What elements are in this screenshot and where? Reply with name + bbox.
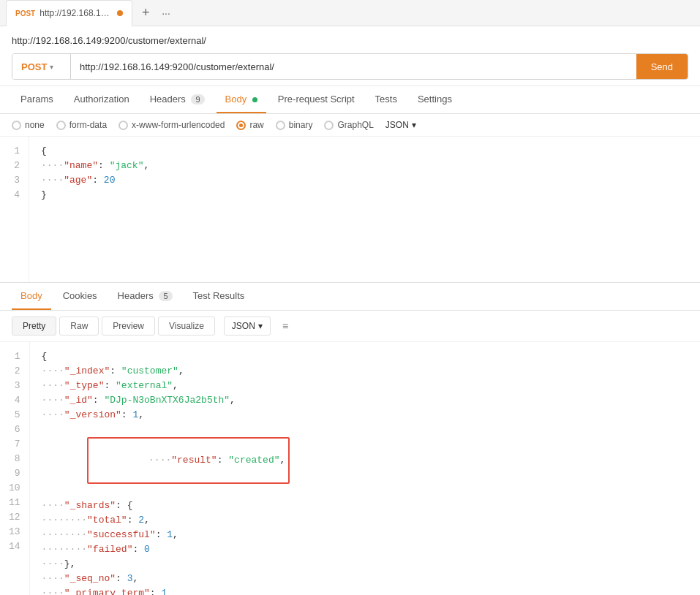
tab-url: http://192.168.16... — [39, 8, 113, 18]
radio-form-data-icon — [56, 121, 66, 130]
add-tab-button[interactable]: + — [135, 3, 156, 23]
resp-line-8: ········"total": 2, — [42, 513, 688, 528]
request-body-editor[interactable]: 1 2 3 4 { ····"name": "jack", ····"age":… — [0, 137, 700, 283]
resp-line-5: ····"_version": 1, — [42, 408, 688, 422]
headers-badge: 9 — [191, 94, 204, 105]
resp-line-9: ········"successful": 1, — [42, 528, 688, 542]
tab-method-badge: POST — [15, 10, 35, 18]
method-text: POST — [21, 61, 47, 72]
response-code-content: { ····"_index": "customer", ····"_type":… — [30, 342, 700, 595]
url-bar-section: http://192.168.16.149:9200/customer/exte… — [0, 26, 700, 86]
method-selector[interactable]: POST ▾ — [12, 54, 71, 79]
tab-params[interactable]: Params — [12, 86, 62, 113]
resp-json-chevron-icon: ▾ — [258, 321, 263, 331]
tab-bar: POST http://192.168.16... + ··· — [0, 0, 700, 26]
result-highlight: ····"result": "created", — [87, 437, 290, 484]
resp-preview-btn[interactable]: Preview — [102, 317, 155, 336]
resp-raw-btn[interactable]: Raw — [59, 317, 99, 336]
resp-line-2: ····"_index": "customer", — [42, 364, 688, 379]
tab-settings[interactable]: Settings — [409, 86, 461, 113]
response-tabs: Body Cookies Headers 5 Test Results — [0, 283, 700, 311]
filter-icon[interactable]: ≡ — [276, 317, 294, 336]
resp-tab-cookies[interactable]: Cookies — [54, 283, 106, 310]
tab-authorization[interactable]: Authorization — [65, 86, 138, 113]
tab-headers[interactable]: Headers 9 — [141, 86, 214, 113]
resp-pretty-btn[interactable]: Pretty — [12, 317, 56, 336]
body-format-row: none form-data x-www-form-urlencoded raw… — [0, 114, 700, 137]
format-raw[interactable]: raw — [236, 120, 263, 130]
body-active-dot — [252, 97, 257, 102]
response-section: Body Cookies Headers 5 Test Results Pret… — [0, 283, 700, 595]
format-none[interactable]: none — [12, 120, 45, 130]
resp-line-1: { — [42, 349, 688, 364]
radio-binary-icon — [276, 121, 285, 130]
resp-line-11: ····}, — [42, 557, 688, 572]
url-input[interactable] — [71, 61, 636, 72]
tab-tests[interactable]: Tests — [366, 86, 406, 113]
resp-tab-body[interactable]: Body — [12, 283, 51, 310]
resp-visualize-btn[interactable]: Visualize — [158, 317, 215, 336]
resp-line-12: ····"_seq_no": 3, — [42, 572, 688, 586]
request-title: http://192.168.16.149:9200/customer/exte… — [12, 35, 688, 46]
resp-json-selector[interactable]: JSON ▾ — [224, 317, 271, 336]
method-chevron-icon: ▾ — [50, 63, 53, 71]
req-line-2: ····"name": "jack", — [41, 159, 688, 173]
radio-none-icon — [12, 121, 21, 130]
response-toolbar: Pretty Raw Preview Visualize JSON ▾ ≡ — [0, 311, 700, 342]
send-button[interactable]: Send — [636, 54, 688, 79]
more-tabs-button[interactable]: ··· — [159, 7, 173, 19]
radio-urlencoded-icon — [118, 121, 128, 130]
resp-line-6: ····"result": "created", — [42, 422, 688, 499]
resp-line-7: ····"_shards": { — [42, 499, 688, 513]
request-code-content[interactable]: { ····"name": "jack", ····"age": 20 } — [29, 137, 700, 282]
tab-body[interactable]: Body — [217, 86, 266, 113]
format-binary[interactable]: binary — [276, 120, 313, 130]
format-graphql[interactable]: GraphQL — [324, 120, 373, 130]
radio-graphql-icon — [324, 121, 334, 130]
response-line-numbers: 12345 678910 11121314 — [0, 342, 30, 595]
request-tabs: Params Authorization Headers 9 Body Pre-… — [0, 86, 700, 114]
resp-line-10: ········"failed": 0 — [42, 542, 688, 557]
format-urlencoded[interactable]: x-www-form-urlencoded — [118, 120, 225, 130]
tab-pre-request[interactable]: Pre-request Script — [269, 86, 364, 113]
resp-line-13: ····"_primary_term": 1 — [42, 586, 688, 595]
radio-raw-icon — [236, 121, 246, 130]
tab-dot — [117, 10, 123, 16]
resp-line-3: ····"_type": "external", — [42, 379, 688, 393]
format-form-data[interactable]: form-data — [56, 120, 107, 130]
resp-tab-test-results[interactable]: Test Results — [184, 283, 254, 310]
req-line-4: } — [41, 188, 688, 202]
resp-tab-headers[interactable]: Headers 5 — [109, 283, 181, 310]
req-line-1: { — [41, 144, 688, 159]
response-code-area: 12345 678910 11121314 { ····"_index": "c… — [0, 342, 700, 595]
resp-line-4: ····"_id": "DJp-N3oBnXTX6Ja2b5th", — [42, 393, 688, 408]
req-line-3: ····"age": 20 — [41, 173, 688, 188]
active-tab[interactable]: POST http://192.168.16... — [6, 0, 132, 26]
url-bar-row: POST ▾ Send — [12, 53, 688, 80]
json-type-selector[interactable]: JSON ▾ — [385, 120, 416, 130]
resp-headers-badge: 5 — [159, 291, 172, 301]
json-selector-chevron-icon: ▾ — [412, 120, 416, 130]
request-line-numbers: 1 2 3 4 — [0, 137, 29, 282]
